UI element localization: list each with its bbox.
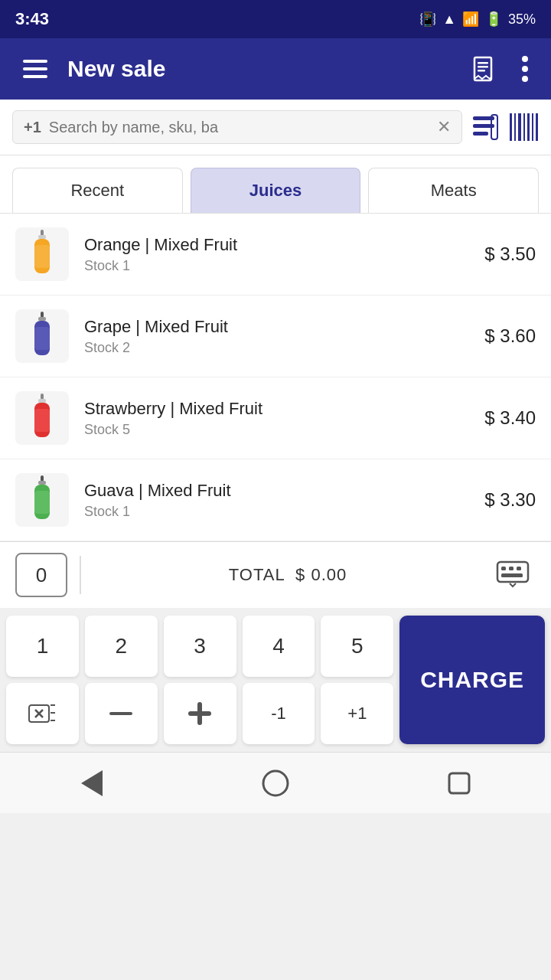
more-options-button[interactable]	[517, 51, 533, 87]
svg-rect-19	[532, 113, 533, 141]
svg-rect-6	[478, 70, 485, 72]
charge-button[interactable]: CHARGE	[399, 616, 545, 744]
product-name-grape: Grape | Mixed Fruit	[84, 317, 469, 337]
product-stock-guava: Stock 1	[84, 504, 469, 520]
keyboard-toggle-button[interactable]	[490, 554, 536, 596]
status-icons: 📳 ▲ 📶 🔋 35%	[419, 11, 536, 28]
list-search-button[interactable]	[471, 113, 499, 141]
product-price-grape: $ 3.60	[484, 325, 536, 347]
header: New sale	[0, 38, 551, 100]
nav-back-button[interactable]	[69, 760, 115, 806]
svg-rect-16	[518, 113, 521, 141]
svg-rect-26	[38, 317, 46, 321]
svg-rect-32	[34, 409, 50, 432]
numpad-2[interactable]: 2	[85, 616, 158, 677]
svg-rect-22	[38, 235, 46, 239]
status-bar: 3:43 📳 ▲ 📶 🔋 35%	[0, 0, 551, 38]
product-item-strawberry[interactable]: Strawberry | Mixed Fruit Stock 5 $ 3.40	[0, 377, 551, 459]
tab-juices[interactable]: Juices	[191, 168, 361, 213]
product-item-orange[interactable]: Orange | Mixed Fruit Stock 1 $ 3.50	[0, 214, 551, 296]
svg-point-8	[522, 66, 528, 72]
svg-rect-34	[38, 481, 46, 485]
product-info-orange: Orange | Mixed Fruit Stock 1	[84, 235, 469, 274]
search-bar: +1 ✕	[0, 100, 551, 155]
svg-rect-4	[478, 62, 488, 64]
svg-rect-28	[34, 327, 50, 350]
numpad-plus-button[interactable]	[164, 683, 236, 744]
search-prefix: +1	[24, 119, 41, 136]
svg-rect-1	[23, 67, 47, 70]
total-label: TOTAL $ 0.00	[229, 565, 347, 584]
nav-recents-button[interactable]	[436, 760, 482, 806]
numpad-minus1-button[interactable]: -1	[243, 683, 315, 744]
quantity-display: 0	[15, 553, 67, 597]
product-list: Orange | Mixed Fruit Stock 1 $ 3.50 Grap…	[0, 214, 551, 541]
search-input-wrap: +1 ✕	[12, 110, 462, 144]
svg-rect-21	[41, 230, 44, 236]
product-stock-strawberry: Stock 5	[84, 422, 469, 438]
nav-home-button[interactable]	[253, 760, 298, 806]
product-name-orange: Orange | Mixed Fruit	[84, 235, 469, 255]
svg-marker-51	[81, 770, 103, 796]
svg-rect-25	[41, 312, 44, 318]
header-left: New sale	[18, 55, 165, 83]
numpad-4[interactable]: 4	[243, 616, 315, 677]
numpad-plus1-button[interactable]: +1	[321, 683, 393, 744]
svg-rect-39	[509, 567, 514, 570]
svg-rect-12	[473, 132, 488, 136]
clear-search-icon[interactable]: ✕	[437, 117, 451, 137]
tab-recent[interactable]: Recent	[12, 168, 183, 213]
search-input[interactable]	[49, 119, 429, 136]
svg-rect-33	[41, 475, 44, 482]
header-actions	[467, 51, 533, 87]
svg-rect-50	[188, 711, 211, 716]
signal-icon: 📶	[462, 11, 479, 28]
barcode-scanner-button[interactable]	[508, 113, 539, 141]
svg-rect-41	[501, 573, 523, 577]
svg-rect-36	[34, 491, 50, 514]
nav-bar	[0, 752, 551, 813]
category-tabs: Recent Juices Meats	[0, 155, 551, 214]
menu-button[interactable]	[18, 55, 52, 83]
product-info-guava: Guava | Mixed Fruit Stock 1	[84, 481, 469, 520]
battery-percent: 35%	[508, 11, 536, 28]
product-icon-guava	[15, 473, 69, 527]
svg-rect-30	[38, 399, 46, 403]
svg-point-9	[522, 76, 528, 82]
product-price-orange: $ 3.50	[484, 243, 536, 265]
svg-rect-29	[41, 394, 44, 400]
product-price-guava: $ 3.30	[484, 489, 536, 511]
svg-point-7	[522, 56, 528, 62]
svg-rect-53	[449, 773, 469, 793]
status-time: 3:43	[15, 9, 49, 29]
product-item-guava[interactable]: Guava | Mixed Fruit Stock 1 $ 3.30	[0, 459, 551, 541]
svg-rect-2	[23, 75, 47, 78]
numpad-clear-button[interactable]	[6, 683, 79, 744]
product-icon-orange	[15, 227, 69, 281]
numpad-3[interactable]: 3	[164, 616, 236, 677]
svg-rect-0	[23, 60, 47, 63]
svg-rect-48	[109, 712, 132, 715]
svg-rect-14	[510, 113, 512, 141]
product-stock-grape: Stock 2	[84, 340, 469, 356]
svg-rect-17	[523, 113, 525, 141]
tab-meats[interactable]: Meats	[368, 168, 539, 213]
product-info-grape: Grape | Mixed Fruit Stock 2	[84, 317, 469, 356]
numpad-minus-button[interactable]	[85, 683, 158, 744]
battery-icon: 🔋	[485, 11, 502, 28]
product-name-guava: Guava | Mixed Fruit	[84, 481, 469, 501]
wifi-icon: ▲	[442, 11, 456, 28]
svg-rect-5	[478, 66, 488, 68]
product-icon-strawberry	[15, 391, 69, 445]
numpad-1[interactable]: 1	[6, 616, 79, 677]
receipt-button[interactable]	[467, 51, 502, 87]
total-section: TOTAL $ 0.00	[93, 565, 482, 585]
product-icon-grape	[15, 309, 69, 363]
svg-rect-24	[34, 245, 50, 268]
product-item-grape[interactable]: Grape | Mixed Fruit Stock 2 $ 3.60	[0, 296, 551, 377]
bottom-bar: 0 TOTAL $ 0.00	[0, 541, 551, 608]
numpad-5[interactable]: 5	[321, 616, 393, 677]
product-info-strawberry: Strawberry | Mixed Fruit Stock 5	[84, 399, 469, 438]
svg-rect-37	[497, 562, 528, 582]
svg-rect-15	[514, 113, 516, 141]
